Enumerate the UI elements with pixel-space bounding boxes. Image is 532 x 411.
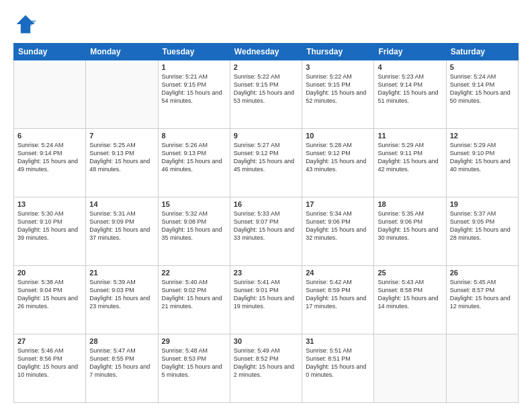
calendar-cell: 16Sunrise: 5:33 AMSunset: 9:07 PMDayligh… <box>230 197 302 266</box>
calendar-cell: 6Sunrise: 5:24 AMSunset: 9:14 PMDaylight… <box>14 129 86 197</box>
calendar-table: SundayMondayTuesdayWednesdayThursdayFrid… <box>13 43 519 403</box>
calendar-week-row: 20Sunrise: 5:38 AMSunset: 9:04 PMDayligh… <box>14 266 519 334</box>
calendar-cell: 11Sunrise: 5:29 AMSunset: 9:11 PMDayligh… <box>374 129 446 197</box>
weekday-header: Saturday <box>446 44 518 60</box>
day-number: 12 <box>450 132 515 140</box>
weekday-header: Monday <box>86 44 158 60</box>
logo-icon <box>13 12 38 36</box>
cell-details: Sunrise: 5:47 AMSunset: 8:55 PMDaylight:… <box>89 347 154 379</box>
calendar-cell: 12Sunrise: 5:29 AMSunset: 9:10 PMDayligh… <box>446 129 518 197</box>
day-number: 15 <box>162 200 226 208</box>
day-number: 14 <box>89 200 154 208</box>
cell-details: Sunrise: 5:51 AMSunset: 8:51 PMDaylight:… <box>306 347 370 379</box>
cell-details: Sunrise: 5:45 AMSunset: 8:57 PMDaylight:… <box>450 278 515 311</box>
weekday-header: Thursday <box>302 44 374 60</box>
calendar-cell: 21Sunrise: 5:39 AMSunset: 9:03 PMDayligh… <box>86 266 158 334</box>
cell-details: Sunrise: 5:39 AMSunset: 9:03 PMDaylight:… <box>89 278 154 311</box>
calendar-cell: 18Sunrise: 5:35 AMSunset: 9:06 PMDayligh… <box>374 197 446 266</box>
cell-details: Sunrise: 5:42 AMSunset: 8:59 PMDaylight:… <box>306 278 370 311</box>
calendar-cell: 1Sunrise: 5:21 AMSunset: 9:15 PMDaylight… <box>158 60 230 129</box>
cell-details: Sunrise: 5:26 AMSunset: 9:13 PMDaylight:… <box>162 141 226 174</box>
weekday-header: Tuesday <box>158 44 230 60</box>
weekday-header: Sunday <box>14 44 86 60</box>
cell-details: Sunrise: 5:24 AMSunset: 9:14 PMDaylight:… <box>17 141 82 174</box>
calendar-header-row: SundayMondayTuesdayWednesdayThursdayFrid… <box>14 44 519 60</box>
header <box>13 12 519 36</box>
cell-details: Sunrise: 5:43 AMSunset: 8:58 PMDaylight:… <box>378 278 442 311</box>
cell-details: Sunrise: 5:34 AMSunset: 9:06 PMDaylight:… <box>306 210 370 242</box>
day-number: 10 <box>306 132 370 140</box>
day-number: 5 <box>450 63 515 71</box>
cell-details: Sunrise: 5:38 AMSunset: 9:04 PMDaylight:… <box>17 278 82 311</box>
calendar-cell: 20Sunrise: 5:38 AMSunset: 9:04 PMDayligh… <box>14 266 86 334</box>
calendar-cell: 7Sunrise: 5:25 AMSunset: 9:13 PMDaylight… <box>86 129 158 197</box>
svg-marker-1 <box>30 21 36 27</box>
calendar-cell: 24Sunrise: 5:42 AMSunset: 8:59 PMDayligh… <box>302 266 374 334</box>
cell-details: Sunrise: 5:22 AMSunset: 9:15 PMDaylight:… <box>306 73 370 105</box>
cell-details: Sunrise: 5:35 AMSunset: 9:06 PMDaylight:… <box>378 210 442 242</box>
cell-details: Sunrise: 5:48 AMSunset: 8:53 PMDaylight:… <box>162 347 226 379</box>
logo <box>13 12 42 36</box>
day-number: 19 <box>450 200 515 208</box>
calendar-cell: 22Sunrise: 5:40 AMSunset: 9:02 PMDayligh… <box>158 266 230 334</box>
calendar-cell: 30Sunrise: 5:49 AMSunset: 8:52 PMDayligh… <box>230 334 302 403</box>
weekday-header: Friday <box>374 44 446 60</box>
day-number: 7 <box>89 132 154 140</box>
weekday-header: Wednesday <box>230 44 302 60</box>
cell-details: Sunrise: 5:46 AMSunset: 8:56 PMDaylight:… <box>17 347 82 379</box>
cell-details: Sunrise: 5:30 AMSunset: 9:10 PMDaylight:… <box>17 210 82 242</box>
calendar-cell: 8Sunrise: 5:26 AMSunset: 9:13 PMDaylight… <box>158 129 230 197</box>
calendar-cell: 17Sunrise: 5:34 AMSunset: 9:06 PMDayligh… <box>302 197 374 266</box>
day-number: 21 <box>89 269 154 277</box>
page: SundayMondayTuesdayWednesdayThursdayFrid… <box>0 0 532 411</box>
calendar-cell: 3Sunrise: 5:22 AMSunset: 9:15 PMDaylight… <box>302 60 374 129</box>
day-number: 16 <box>234 200 298 208</box>
day-number: 17 <box>306 200 370 208</box>
day-number: 25 <box>378 269 442 277</box>
calendar-cell: 28Sunrise: 5:47 AMSunset: 8:55 PMDayligh… <box>86 334 158 403</box>
cell-details: Sunrise: 5:25 AMSunset: 9:13 PMDaylight:… <box>89 141 154 174</box>
cell-details: Sunrise: 5:49 AMSunset: 8:52 PMDaylight:… <box>234 347 298 379</box>
day-number: 31 <box>306 337 370 345</box>
day-number: 4 <box>378 63 442 71</box>
day-number: 29 <box>162 337 226 345</box>
calendar-cell: 2Sunrise: 5:22 AMSunset: 9:15 PMDaylight… <box>230 60 302 129</box>
day-number: 8 <box>162 132 226 140</box>
cell-details: Sunrise: 5:32 AMSunset: 9:08 PMDaylight:… <box>162 210 226 242</box>
cell-details: Sunrise: 5:41 AMSunset: 9:01 PMDaylight:… <box>234 278 298 311</box>
calendar-cell: 23Sunrise: 5:41 AMSunset: 9:01 PMDayligh… <box>230 266 302 334</box>
cell-details: Sunrise: 5:27 AMSunset: 9:12 PMDaylight:… <box>234 141 298 174</box>
day-number: 18 <box>378 200 442 208</box>
calendar-cell: 15Sunrise: 5:32 AMSunset: 9:08 PMDayligh… <box>158 197 230 266</box>
day-number: 1 <box>162 63 226 71</box>
cell-details: Sunrise: 5:24 AMSunset: 9:14 PMDaylight:… <box>450 73 515 105</box>
calendar-cell: 19Sunrise: 5:37 AMSunset: 9:05 PMDayligh… <box>446 197 518 266</box>
calendar-cell <box>14 60 86 129</box>
cell-details: Sunrise: 5:29 AMSunset: 9:11 PMDaylight:… <box>378 141 442 174</box>
day-number: 30 <box>234 337 298 345</box>
cell-details: Sunrise: 5:28 AMSunset: 9:12 PMDaylight:… <box>306 141 370 174</box>
day-number: 13 <box>17 200 82 208</box>
calendar-cell: 29Sunrise: 5:48 AMSunset: 8:53 PMDayligh… <box>158 334 230 403</box>
calendar-cell: 10Sunrise: 5:28 AMSunset: 9:12 PMDayligh… <box>302 129 374 197</box>
calendar-cell: 26Sunrise: 5:45 AMSunset: 8:57 PMDayligh… <box>446 266 518 334</box>
day-number: 9 <box>234 132 298 140</box>
day-number: 22 <box>162 269 226 277</box>
day-number: 6 <box>17 132 82 140</box>
calendar-cell: 4Sunrise: 5:23 AMSunset: 9:14 PMDaylight… <box>374 60 446 129</box>
day-number: 23 <box>234 269 298 277</box>
calendar-week-row: 6Sunrise: 5:24 AMSunset: 9:14 PMDaylight… <box>14 129 519 197</box>
day-number: 24 <box>306 269 370 277</box>
day-number: 27 <box>17 337 82 345</box>
calendar-cell: 9Sunrise: 5:27 AMSunset: 9:12 PMDaylight… <box>230 129 302 197</box>
calendar-cell: 27Sunrise: 5:46 AMSunset: 8:56 PMDayligh… <box>14 334 86 403</box>
day-number: 28 <box>89 337 154 345</box>
calendar-cell: 14Sunrise: 5:31 AMSunset: 9:09 PMDayligh… <box>86 197 158 266</box>
cell-details: Sunrise: 5:21 AMSunset: 9:15 PMDaylight:… <box>162 73 226 105</box>
calendar-cell <box>446 334 518 403</box>
day-number: 3 <box>306 63 370 71</box>
cell-details: Sunrise: 5:40 AMSunset: 9:02 PMDaylight:… <box>162 278 226 311</box>
calendar-cell <box>86 60 158 129</box>
calendar-cell: 25Sunrise: 5:43 AMSunset: 8:58 PMDayligh… <box>374 266 446 334</box>
day-number: 20 <box>17 269 82 277</box>
